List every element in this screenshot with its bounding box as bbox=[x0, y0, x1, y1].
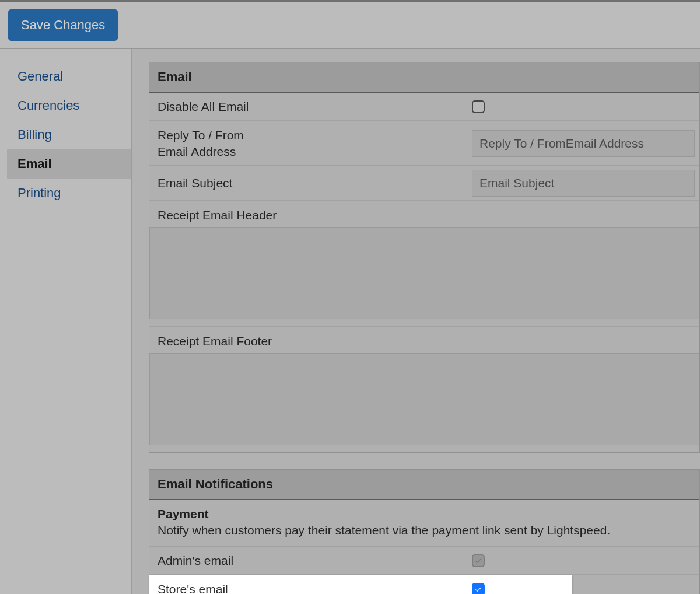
row-admin-email: Admin's email bbox=[149, 547, 699, 575]
label-disable-all-email: Disable All Email bbox=[149, 93, 472, 120]
sidebar-item-email[interactable]: Email bbox=[7, 149, 131, 179]
email-panel: Email Disable All Email Reply To / From … bbox=[149, 62, 700, 453]
checkbox-admin-email bbox=[472, 554, 485, 567]
check-icon bbox=[474, 557, 482, 565]
sidebar-item-general[interactable]: General bbox=[0, 62, 131, 91]
toolbar: Save Changes bbox=[0, 0, 700, 49]
label-email-subject: Email Subject bbox=[149, 166, 472, 200]
textarea-receipt-header[interactable] bbox=[149, 227, 699, 319]
row-disable-all-email: Disable All Email bbox=[149, 93, 699, 121]
label-receipt-footer: Receipt Email Footer bbox=[149, 326, 699, 353]
row-reply-to: Reply To / From Email Address bbox=[149, 121, 699, 166]
notifications-panel: Email Notifications Payment Notify when … bbox=[149, 469, 700, 594]
row-store-email: Store's email bbox=[149, 575, 572, 594]
payment-description: Notify when customers pay their statemen… bbox=[158, 523, 691, 537]
label-reply-to: Reply To / From Email Address bbox=[149, 121, 472, 165]
input-reply-to-email[interactable] bbox=[472, 130, 695, 157]
sidebar-item-currencies[interactable]: Currencies bbox=[0, 91, 131, 120]
email-panel-title: Email bbox=[149, 62, 699, 93]
main-content: Email Disable All Email Reply To / From … bbox=[132, 49, 700, 594]
row-email-subject: Email Subject bbox=[149, 166, 699, 201]
sidebar-item-printing[interactable]: Printing bbox=[0, 179, 131, 208]
notifications-panel-title: Email Notifications bbox=[149, 470, 699, 500]
settings-sidebar: General Currencies Billing Email Printin… bbox=[0, 49, 132, 594]
save-button[interactable]: Save Changes bbox=[8, 9, 118, 41]
checkbox-disable-all-email[interactable] bbox=[472, 100, 485, 113]
label-store-email: Store's email bbox=[149, 575, 472, 594]
checkbox-store-email[interactable] bbox=[472, 583, 485, 594]
label-admin-email: Admin's email bbox=[149, 547, 472, 574]
input-email-subject[interactable] bbox=[472, 170, 695, 197]
payment-title: Payment bbox=[158, 507, 691, 521]
textarea-receipt-footer[interactable] bbox=[149, 353, 699, 445]
sidebar-item-billing[interactable]: Billing bbox=[0, 120, 131, 149]
payment-intro: Payment Notify when customers pay their … bbox=[149, 500, 699, 547]
label-receipt-header: Receipt Email Header bbox=[149, 201, 699, 227]
check-icon bbox=[474, 585, 482, 593]
